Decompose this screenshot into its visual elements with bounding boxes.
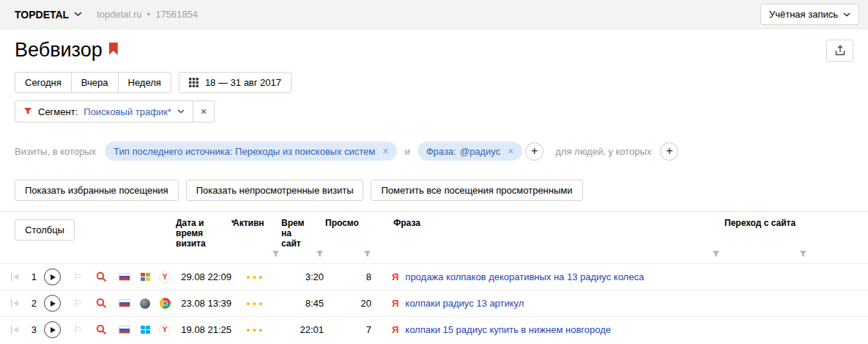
time-on-site: 22:01 — [280, 324, 324, 335]
header-exit-link: Переход с сайта — [722, 218, 868, 260]
visit-datetime: 29.08 22:09 — [174, 271, 231, 282]
table-row: 3 ⚐ Y 19.08 21:25 ●●● 22:01 7 Я колпаки … — [0, 316, 868, 343]
segment-prefix: Сегмент: — [38, 106, 78, 117]
pin-visit-icon[interactable] — [6, 299, 23, 307]
filter-funnel-icon[interactable] — [272, 249, 281, 260]
funnel-icon — [23, 107, 32, 116]
play-icon — [51, 327, 56, 333]
favorite-flag-icon[interactable]: ⚐ — [67, 271, 88, 282]
windows-xp-icon — [141, 273, 150, 281]
phrase-chip-value: @радиус — [460, 146, 500, 157]
views-count: 20 — [324, 298, 371, 309]
header-exit-link-label[interactable]: Переход с сайта — [724, 218, 868, 228]
favorite-flag-icon[interactable]: ⚐ — [67, 298, 88, 309]
yandex-browser-icon: Y — [159, 271, 171, 283]
phrase-chip-label: Фраза: — [426, 146, 456, 157]
visits-table: Столбцы Дата и время визита ▼ Активн Вре… — [0, 211, 868, 343]
export-icon — [834, 45, 846, 56]
time-on-site: 3:20 — [280, 271, 324, 282]
counter-id: 17561854 — [155, 9, 198, 20]
play-icon — [51, 274, 56, 280]
header-activity: Активн — [233, 218, 281, 260]
header-time-on-site-label[interactable]: Врем на сайт — [281, 218, 308, 249]
source-type-chip[interactable]: Тип последнего источника: Переходы из по… — [105, 142, 397, 161]
row-number: 2 — [23, 298, 37, 309]
people-condition-label: для людей, у которых — [555, 146, 651, 157]
mark-all-viewed-button[interactable]: Пометить все посещения просмотренными — [371, 180, 582, 201]
table-row: 2 ⚐ 23.08 13:39 ●●● 8:45 20 Я колпаки ра… — [0, 290, 868, 316]
show-unviewed-button[interactable]: Показать непросмотренные визиты — [186, 180, 364, 201]
bullet-separator: • — [147, 9, 151, 20]
yandex-icon: Я — [392, 298, 398, 309]
russia-flag-icon — [119, 326, 130, 334]
title-row: Вебвизор — [15, 38, 853, 62]
date-range-button[interactable]: 18 — 31 авг 2017 — [179, 72, 292, 93]
source-type-chip-text: Тип последнего источника: Переходы из по… — [114, 146, 375, 157]
header-datetime-label[interactable]: Дата и время визита — [176, 218, 233, 249]
yandex-icon: Я — [392, 271, 398, 282]
unknown-os-icon — [140, 299, 150, 309]
actions-row: Показать избранные посещения Показать не… — [15, 180, 853, 201]
search-phrase-link[interactable]: колпаки 15 радиус купить в нижнем новгор… — [405, 324, 611, 335]
date-today-button[interactable]: Сегодня — [15, 72, 72, 93]
pin-visit-icon[interactable] — [6, 273, 23, 281]
activity-dots: ●●● — [231, 300, 280, 307]
filter-funnel-icon[interactable] — [712, 249, 722, 260]
sort-desc-icon[interactable]: ▼ — [230, 219, 236, 225]
header-views-label[interactable]: Просмо — [325, 218, 373, 228]
show-favorites-button[interactable]: Показать избранные посещения — [15, 180, 179, 201]
search-phrase-link[interactable]: продажа колпаков декоративных на 13 ради… — [405, 271, 644, 282]
activity-dots: ●●● — [231, 274, 280, 281]
segment-button[interactable]: Сегмент: Поисковый трафик* — [15, 100, 193, 122]
phrase-chip[interactable]: Фраза: @радиус × — [418, 142, 523, 161]
views-count: 7 — [324, 324, 371, 335]
date-yesterday-button[interactable]: Вчера — [71, 72, 119, 93]
yandex-icon: Я — [392, 324, 398, 335]
time-on-site: 8:45 — [280, 298, 324, 309]
bookmark-icon[interactable] — [109, 43, 118, 55]
export-button[interactable] — [826, 40, 853, 62]
columns-button[interactable]: Столбцы — [15, 219, 75, 241]
counter-switcher[interactable]: TOPDETAL — [15, 9, 82, 21]
search-phrase-link[interactable]: колпаки радиус 13 артикул — [405, 298, 524, 309]
header-phrase: Фраза — [373, 218, 722, 260]
account-button[interactable]: Учётная запись — [760, 4, 859, 25]
condition-conjunction: и — [404, 146, 409, 157]
header-time-on-site: Врем на сайт — [281, 218, 325, 260]
filter-funnel-icon[interactable] — [799, 249, 809, 260]
favorite-flag-icon[interactable]: ⚐ — [67, 324, 88, 335]
date-week-button[interactable]: Неделя — [118, 72, 171, 93]
chevron-down-icon — [177, 109, 185, 114]
segment-row: Сегмент: Поисковый трафик* × — [15, 100, 853, 122]
yandex-search-icon — [88, 271, 114, 282]
chip-close-icon[interactable]: × — [382, 145, 388, 157]
yandex-search-icon — [88, 324, 114, 335]
filter-funnel-icon[interactable] — [316, 249, 325, 260]
filter-funnel-icon[interactable] — [363, 249, 373, 260]
counter-name: TOPDETAL — [15, 9, 69, 21]
play-button[interactable] — [44, 268, 61, 285]
chevron-down-icon — [843, 12, 850, 17]
yandex-browser-icon: Y — [159, 324, 171, 336]
header-views: Просмо — [325, 218, 373, 260]
add-visit-condition-button[interactable]: + — [525, 142, 544, 161]
activity-dots: ●●● — [231, 326, 280, 334]
segment-name: Поисковый трафик* — [84, 106, 171, 117]
chip-close-icon[interactable]: × — [508, 145, 513, 157]
pin-visit-icon[interactable] — [6, 326, 23, 334]
calendar-grid-icon — [189, 78, 199, 87]
site-domain: topdetal.ru — [97, 9, 141, 20]
play-button[interactable] — [44, 321, 61, 338]
filter-condition-row: Визиты, в которых Тип последнего источни… — [15, 142, 853, 161]
russia-flag-icon — [119, 273, 130, 281]
table-header: Столбцы Дата и время визита ▼ Активн Вре… — [0, 212, 868, 263]
header-activity-label[interactable]: Активн — [233, 218, 281, 228]
site-info: topdetal.ru • 17561854 — [97, 9, 198, 20]
segment-close-button[interactable]: × — [193, 100, 215, 122]
date-preset-group: Сегодня Вчера Неделя — [15, 72, 171, 93]
play-button[interactable] — [44, 295, 61, 312]
row-number: 1 — [23, 271, 37, 282]
play-icon — [51, 301, 56, 307]
header-phrase-label[interactable]: Фраза — [393, 218, 722, 228]
add-people-condition-button[interactable]: + — [660, 142, 678, 161]
